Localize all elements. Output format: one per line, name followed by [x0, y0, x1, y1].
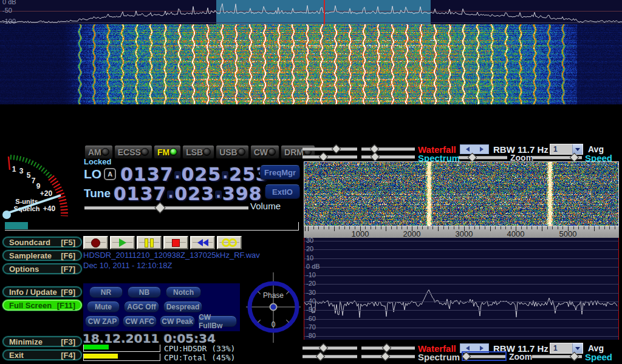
af-scale-label: 5000	[559, 229, 577, 238]
mode-button-usb[interactable]: USB	[216, 145, 249, 159]
led-icon	[203, 148, 211, 156]
samplerate-button[interactable]: Samplerate[F6]	[2, 250, 82, 261]
smeter-label: 3	[19, 167, 24, 175]
af-spectrum-trace	[304, 238, 619, 340]
speed-slider[interactable]	[532, 153, 582, 161]
panel-divider	[5, 230, 299, 231]
tune-frequency-display[interactable]: 0137.023.398	[114, 183, 262, 204]
despread-button[interactable]: Despread	[163, 301, 202, 312]
tune-label: Tune	[84, 187, 111, 200]
extio-button[interactable]: ExtIO	[265, 184, 300, 199]
squelch-level-bar[interactable]	[5, 222, 28, 229]
mode-button-fm[interactable]: FM	[154, 145, 181, 159]
exit-button[interactable]: Exit[F4]	[2, 349, 82, 360]
agc-off-button[interactable]: AGC Off	[124, 301, 159, 312]
smeter-label: +40	[43, 204, 56, 213]
fkey-label: [F9]	[61, 288, 75, 297]
stop-button[interactable]	[163, 236, 188, 249]
lo-frequency-display[interactable]: 0137.025.253	[120, 164, 269, 185]
cpu-hdsdr-label: CPU:HDSDR (33%)	[164, 344, 235, 353]
mode-button-cw[interactable]: CW	[250, 145, 279, 159]
arrow-left-icon[interactable]	[460, 344, 474, 352]
waterfall-contrast-slider-2[interactable]	[361, 344, 415, 351]
zoom-slider[interactable]	[459, 153, 507, 161]
recording-filename: HDSDR_20111210_120938Z_137025kHz_RF.wav	[83, 251, 260, 260]
mute-button[interactable]: Mute	[87, 301, 120, 312]
spectrum-contrast-slider[interactable]	[361, 153, 415, 160]
slider-thumb[interactable]	[154, 202, 165, 213]
button-label: Info / Update	[9, 288, 57, 297]
play-button[interactable]	[110, 236, 135, 249]
af-db-label: -10	[306, 271, 316, 278]
mode-button-lsb[interactable]: LSB	[182, 145, 214, 159]
af-spectrum-display[interactable]: 3020100 dB-10-20-30-40-50-60-70-80	[304, 238, 619, 340]
rewind-button[interactable]	[190, 236, 215, 249]
af-scale-label: 4000	[507, 229, 525, 238]
cw-peak-button[interactable]: CW Peak	[160, 315, 195, 327]
rf-spectrum-trace	[0, 0, 622, 24]
af-waterfall-display[interactable]	[304, 162, 618, 226]
record-icon	[91, 238, 100, 248]
af-db-label: -40	[306, 297, 316, 305]
fkey-label: [F4]	[61, 351, 75, 360]
dsp-panel: NR NB Notch Mute AGC Off Despread CW ZAP…	[83, 283, 240, 331]
af-db-label: -30	[306, 289, 316, 296]
mode-label: CW	[254, 147, 268, 157]
cpu-hdsdr-fill	[84, 345, 109, 349]
minimize-button[interactable]: Minimize[F3]	[2, 336, 82, 347]
notch-button[interactable]: Notch	[166, 286, 201, 298]
smeter-label: 5	[27, 171, 31, 180]
mode-label: ECSS	[118, 147, 141, 157]
tune-marker-line[interactable]	[324, 0, 325, 24]
mode-label: LSB	[186, 147, 203, 157]
loop-button[interactable]	[217, 236, 242, 249]
spectrum-brightness-slider[interactable]	[302, 153, 357, 160]
led-icon	[268, 148, 276, 156]
waterfall-brightness-slider[interactable]	[302, 145, 357, 152]
mode-button-ecss[interactable]: ECSS	[114, 145, 152, 159]
smeter-label: 1	[12, 165, 16, 174]
af-gridline	[304, 310, 619, 311]
freqmgr-button[interactable]: FreqMgr	[260, 165, 300, 180]
fkey-label: [F11]	[57, 301, 75, 310]
rf-spectrum-display[interactable]: 0 dB -50 -100	[0, 0, 622, 24]
info-update-button[interactable]: Info / Update[F9]	[2, 286, 82, 297]
button-label: Minimize	[9, 337, 43, 346]
waterfall-contrast-slider[interactable]	[361, 145, 415, 152]
fkey-label: [F3]	[61, 337, 75, 346]
nb-button[interactable]: NB	[128, 286, 161, 298]
cw-afc-button[interactable]: CW AFC	[123, 315, 157, 327]
af-frequency-scale[interactable]: 1000 2000 3000 4000 5000	[304, 226, 619, 238]
phase-indicator[interactable]: Phase 0	[245, 271, 302, 344]
speed-slider-2[interactable]	[532, 352, 582, 360]
button-label: Full Screen	[9, 301, 52, 310]
led-on-icon	[169, 148, 177, 156]
waterfall-scroll-arrows[interactable]	[460, 144, 489, 154]
lo-lock-badge[interactable]: A	[104, 168, 116, 180]
button-label: Soundcard	[9, 238, 50, 247]
record-button[interactable]	[83, 236, 108, 249]
spectrum-edge-marker	[618, 238, 619, 340]
options-button[interactable]: Options[F7]	[2, 263, 82, 274]
mode-label: AM	[88, 147, 101, 157]
cw-zap-button[interactable]: CW ZAP	[85, 315, 120, 327]
cw-fullbw-button[interactable]: CW FullBw	[198, 315, 237, 327]
soundcard-button[interactable]: Soundcard[F5]	[2, 237, 82, 248]
nr-button[interactable]: NR	[89, 286, 123, 298]
arrow-right-icon[interactable]	[474, 145, 488, 153]
led-icon	[238, 148, 245, 156]
zoom-label-2: Zoom	[509, 352, 532, 362]
waterfall-brightness-slider-2[interactable]	[302, 344, 357, 351]
tune-frequency-row: Tune 0137.023.398	[84, 184, 262, 203]
zoom-slider-2[interactable]	[463, 352, 505, 360]
slider-track[interactable]	[84, 206, 248, 210]
fkey-label: [F7]	[61, 265, 75, 274]
af-gridline	[304, 284, 619, 285]
waterfall-scroll-arrows-2[interactable]	[460, 343, 489, 353]
fullscreen-button[interactable]: Full Screen[F11]	[2, 300, 82, 311]
spectrum-brightness-slider-2[interactable]	[302, 352, 357, 360]
arrow-right-icon[interactable]	[474, 344, 488, 352]
volume-slider[interactable]	[84, 204, 248, 211]
spectrum-contrast-slider-2[interactable]	[361, 352, 415, 360]
pause-button[interactable]	[137, 236, 162, 249]
